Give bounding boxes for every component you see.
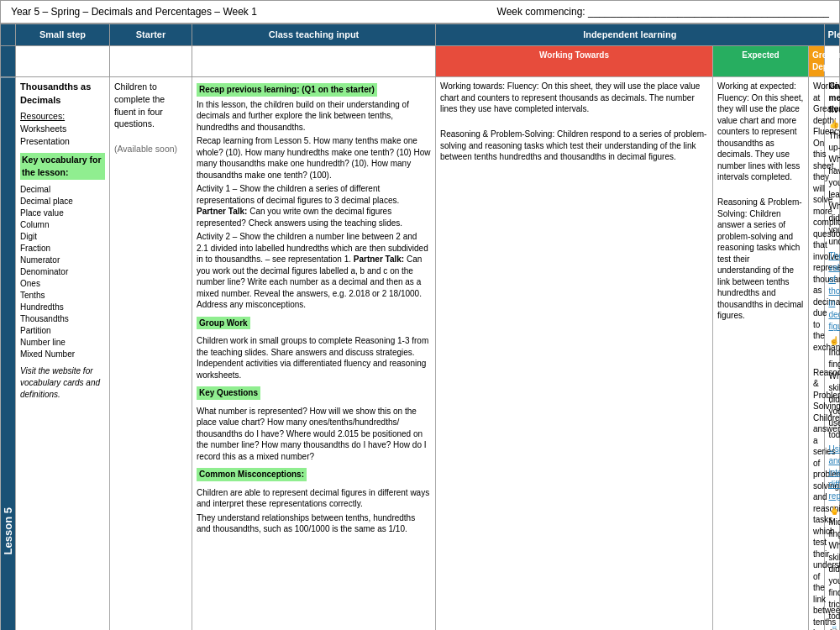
page-title: Year 5 – Spring – Decimals and Percentag… [11,6,257,18]
activity2: Activity 2 – Show the children a number … [197,231,431,311]
small-step-header: Small step [16,24,110,46]
misconceptions-text2: They understand relationships between te… [197,512,431,535]
week-commencing: Week commencing: _______________________… [497,6,829,18]
starter-text2: (Available soon) [114,143,187,155]
small-step-title: Thousandths as Decimals [20,81,105,107]
thumbs-text: 👍 Thumbs up- What have you learnt? What … [829,118,836,248]
greater-text: Working at Greater depth: Fluency: On th… [813,81,820,353]
top-bar: Year 5 – Spring – Decimals and Percentag… [0,0,840,24]
starter-text1: Children to complete the fluent in four … [114,81,187,130]
greater-subheader: Greater Depth [809,46,825,77]
misconceptions-header: Common Misconceptions: [197,468,307,481]
expected-text: Working at expected: Fluency: On this sh… [717,81,804,183]
small-step-cell: Thousandths as Decimals Resources: Works… [16,77,110,630]
lesson-label-cell: Lesson 5 [1,77,16,630]
greater-cell: Working at Greater depth: Fluency: On th… [809,77,825,630]
working-subheader: Working Towards [436,46,713,77]
give-five: Give me five: [829,81,836,116]
index-text: ☝️ Index finger- What skills did you use… [829,335,836,441]
key-questions-header: Key Questions [197,386,260,400]
group-work-text: Children work in small groups to complet… [197,335,431,381]
index-answer: Using and interpreting different represe… [829,444,836,502]
teaching-header: Class teaching input [192,24,436,46]
lesson-col-header [1,24,16,46]
ring-text: 💍 Ring finger- What helped you in today'… [829,625,836,630]
working-reasoning: Reasoning & Problem-Solving: Children re… [440,129,708,163]
group-work-header: Group Work [197,317,250,330]
recap-text: In this lesson, the children build on th… [197,99,431,134]
resources-label: Resources: [20,110,105,123]
middle-text: 🖕 Middle finger- What skills did you fin… [829,505,836,622]
expected-subheader: Expected [713,46,809,77]
greater-reasoning: Reasoning & Problem-Solving: Children an… [813,367,820,630]
ind-learning-header: Independent learning [436,24,825,46]
starter-header: Starter [110,24,192,46]
vocab-list: Decimal Decimal place Place value Column… [20,184,105,360]
plenary-header: Plenary [824,24,840,46]
starter-cell: Children to complete the fluent in four … [110,77,192,630]
recap-header: Recap previous learning: (Q1 on the star… [197,83,377,97]
working-text: Working towards: Fluency: On this sheet,… [440,81,708,115]
recap-details: Recap learning from Lesson 5. How many t… [197,135,431,181]
plenary-cell: Give me five: 👍 Thumbs up- What have you… [824,77,840,630]
vocab-label: Key vocabulary for the lesson: [20,153,105,179]
visit-text: Visit the website for vocabulary cards a… [20,365,105,401]
misconceptions-text1: Children are able to represent decimal f… [197,487,431,510]
teaching-cell: Recap previous learning: (Q1 on the star… [192,77,436,630]
presentation: Presentation [20,135,105,148]
expected-cell: Working at expected: Fluency: On this sh… [713,77,809,630]
value-text: The value of thousandths in decimal figu… [829,250,836,333]
expected-reasoning: Reasoning & Problem-Solving: Children an… [717,197,804,322]
key-questions-text: What number is represented? How will we … [197,406,431,463]
worksheets: Worksheets [20,123,105,135]
working-cell: Working towards: Fluency: On this sheet,… [436,77,713,630]
activity1: Activity 1 – Show the children a series … [197,183,431,228]
